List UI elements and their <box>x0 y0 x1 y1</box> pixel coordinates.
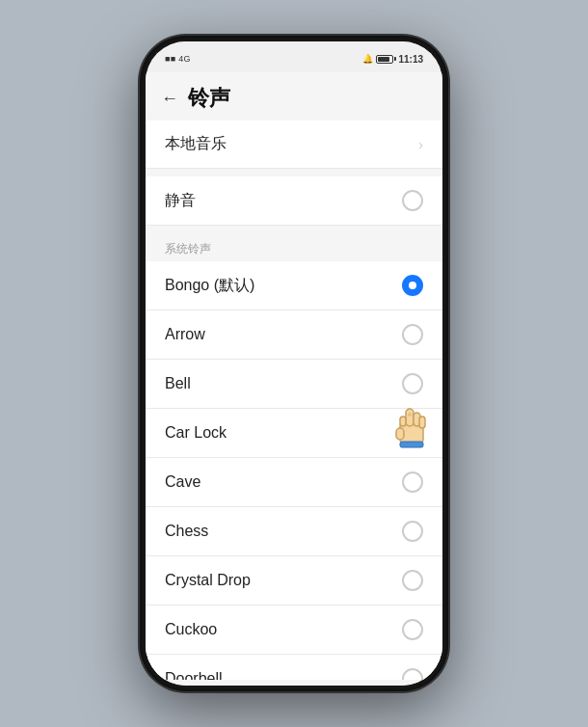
back-button[interactable]: ← <box>161 89 178 109</box>
local-music-item[interactable]: 本地音乐 › <box>146 121 442 169</box>
status-right: 🔔 11:13 <box>362 54 423 65</box>
ringtone-radio-chess[interactable] <box>402 521 423 542</box>
ringtone-item-bongo[interactable]: Bongo (默认) <box>146 261 442 310</box>
status-bar: ■■ 4G 🔔 11:13 <box>146 41 442 72</box>
mute-radio[interactable] <box>402 190 423 211</box>
ringtone-radio-arrow[interactable] <box>402 324 423 345</box>
mute-label: 静音 <box>165 191 196 211</box>
header: ← 铃声 <box>146 72 442 121</box>
mute-item[interactable]: 静音 <box>146 176 442 226</box>
ringtone-item-cave[interactable]: Cave <box>146 458 442 507</box>
phone-frame: ■■ 4G 🔔 11:13 ← 铃声 本地音乐 <box>140 36 448 691</box>
signal-text: ■■ 4G <box>165 54 191 64</box>
phone-screen: ■■ 4G 🔔 11:13 ← 铃声 本地音乐 <box>146 41 442 686</box>
ringtone-name-arrow: Arrow <box>165 326 205 343</box>
notification-icon: 🔔 <box>362 54 373 64</box>
ringtone-item-chess[interactable]: Chess <box>146 507 442 556</box>
ringtone-radio-bongo[interactable] <box>402 275 423 296</box>
divider-1 <box>146 169 442 176</box>
ringtone-item-arrow[interactable]: Arrow <box>146 310 442 360</box>
time-display: 11:13 <box>398 54 423 65</box>
ringtone-radio-carlock[interactable] <box>402 422 423 444</box>
ringtone-name-bell: Bell <box>165 375 191 392</box>
divider-2 <box>146 226 442 233</box>
ringtone-item-doorbell[interactable]: Doorbell <box>146 655 442 680</box>
ringtone-radio-bell[interactable] <box>402 373 423 394</box>
ringtone-name-bongo: Bongo (默认) <box>165 276 254 296</box>
ringtone-name-cuckoo: Cuckoo <box>165 621 217 638</box>
ringtone-item-crystaldrop[interactable]: Crystal Drop <box>146 556 442 606</box>
svg-point-7 <box>408 413 412 417</box>
ringtone-name-chess: Chess <box>165 523 208 540</box>
ringtone-name-carlock: Car Lock <box>165 424 227 442</box>
ringtone-item-bell[interactable]: Bell <box>146 360 442 409</box>
local-music-label: 本地音乐 <box>165 134 227 154</box>
ringtone-radio-cuckoo[interactable] <box>402 619 423 640</box>
ringtone-item-carlock[interactable]: Car Lock <box>146 409 442 458</box>
ringtone-list[interactable]: 本地音乐 › 静音 系统铃声 Bongo (默认) <box>146 121 442 680</box>
ringtone-radio-cave[interactable] <box>402 471 423 493</box>
page-title: 铃声 <box>188 84 230 113</box>
screen-content: ← 铃声 本地音乐 › 静音 系统铃声 <box>146 72 442 686</box>
battery-icon <box>376 55 393 64</box>
ringtone-radio-crystaldrop[interactable] <box>402 570 423 591</box>
chevron-right-icon: › <box>418 137 423 152</box>
ringtone-name-cave: Cave <box>165 473 200 491</box>
section-label: 系统铃声 <box>146 233 442 261</box>
ringtone-name-doorbell: Doorbell <box>165 670 223 680</box>
signal-indicator: ■■ 4G <box>165 54 191 64</box>
ringtone-name-crystaldrop: Crystal Drop <box>165 572 251 589</box>
ringtone-item-cuckoo[interactable]: Cuckoo <box>146 606 442 655</box>
ringtone-radio-doorbell[interactable] <box>402 668 423 680</box>
